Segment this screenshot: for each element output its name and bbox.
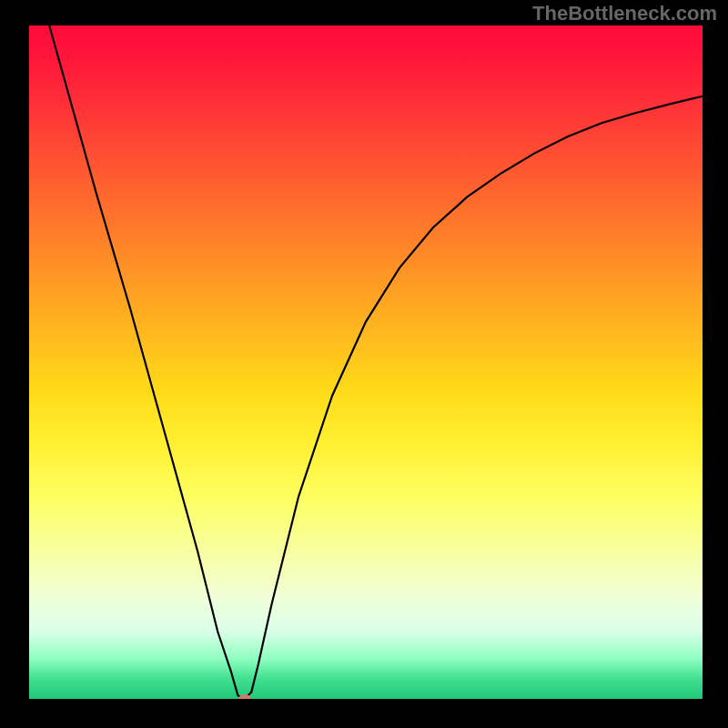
curve-svg (29, 25, 703, 699)
plot-area (29, 25, 703, 699)
minimum-dot (238, 694, 251, 699)
bottleneck-curve (49, 25, 703, 699)
watermark-text: TheBottleneck.com (532, 2, 717, 25)
chart-container: TheBottleneck.com (0, 0, 728, 728)
